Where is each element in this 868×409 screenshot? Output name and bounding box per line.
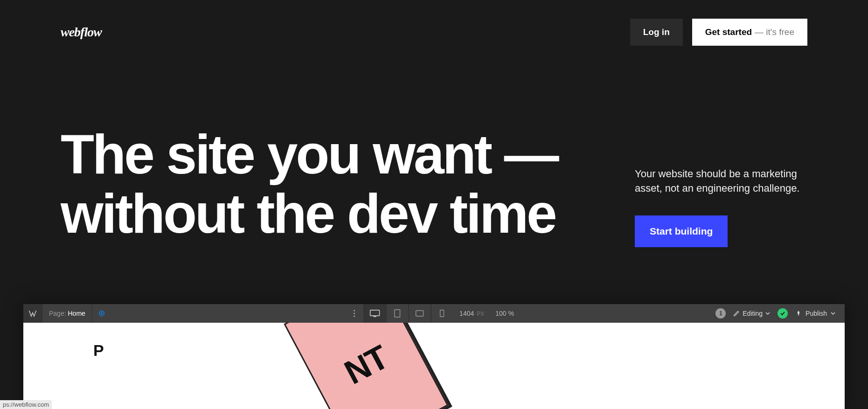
canvas-card-text: NT xyxy=(338,338,394,392)
status-check-icon[interactable] xyxy=(778,308,788,319)
get-started-suffix: — it's free xyxy=(755,27,794,37)
svg-rect-9 xyxy=(440,310,444,317)
svg-point-4 xyxy=(354,316,355,317)
tablet-landscape-breakpoint-icon[interactable] xyxy=(408,304,431,323)
get-started-button[interactable]: Get started — it's free xyxy=(692,19,807,46)
svg-point-2 xyxy=(354,310,355,312)
notification-badge[interactable]: 1 xyxy=(715,308,726,319)
canvas-card: NT xyxy=(284,323,448,409)
page-selector[interactable]: Page: Home xyxy=(42,310,92,317)
designer-toolbar: Page: Home 1404 P xyxy=(23,304,845,323)
login-button[interactable]: Log in xyxy=(630,19,683,46)
zoom-level[interactable]: 100 % xyxy=(491,310,519,317)
tablet-breakpoint-icon[interactable] xyxy=(386,304,408,323)
mode-label: Editing xyxy=(743,310,763,317)
canvas-width-unit: PX xyxy=(477,311,484,317)
svg-marker-1 xyxy=(101,312,103,315)
publish-button[interactable]: Publish xyxy=(795,310,835,317)
svg-rect-7 xyxy=(395,310,400,317)
canvas-width-value: 1404 xyxy=(459,310,474,317)
desktop-breakpoint-icon[interactable] xyxy=(363,304,386,323)
toolbar-right: 1 Editing Publish xyxy=(715,304,845,323)
svg-rect-5 xyxy=(370,310,380,316)
publish-label: Publish xyxy=(806,310,827,317)
hero-description: Your website should be a marketing asset… xyxy=(635,167,807,196)
mobile-breakpoint-icon[interactable] xyxy=(431,304,453,323)
rocket-icon xyxy=(795,310,802,317)
more-icon[interactable] xyxy=(349,310,359,317)
designer-preview: Page: Home 1404 P xyxy=(23,304,845,409)
get-started-label: Get started xyxy=(705,27,752,37)
pencil-icon xyxy=(733,310,740,317)
hero-section: The site you want — without the dev time… xyxy=(0,46,868,247)
nav-buttons: Log in Get started — it's free xyxy=(630,19,807,46)
designer-canvas[interactable]: P NT xyxy=(23,323,845,409)
site-header: webflow Log in Get started — it's free xyxy=(0,0,868,46)
webflow-logo[interactable]: webflow xyxy=(61,25,102,40)
page-label: Page: xyxy=(49,310,66,317)
canvas-width[interactable]: 1404 PX xyxy=(453,310,491,317)
svg-point-3 xyxy=(354,313,355,314)
svg-rect-6 xyxy=(374,316,376,317)
canvas-logo-letter: P xyxy=(93,341,104,360)
start-building-button[interactable]: Start building xyxy=(635,215,728,247)
status-bar-url: ps://webflow.com xyxy=(0,400,52,409)
preview-icon[interactable] xyxy=(92,309,111,318)
chevron-down-icon xyxy=(765,311,770,316)
svg-rect-8 xyxy=(416,311,424,316)
hero-title: The site you want — without the dev time xyxy=(61,125,579,244)
toolbar-center: 1404 PX 100 % xyxy=(349,304,519,323)
hero-side: Your website should be a marketing asset… xyxy=(635,125,807,247)
chevron-down-icon xyxy=(831,311,835,316)
mode-selector[interactable]: Editing xyxy=(733,310,770,317)
designer-logo-icon[interactable] xyxy=(23,304,42,323)
page-name: Home xyxy=(68,310,85,317)
